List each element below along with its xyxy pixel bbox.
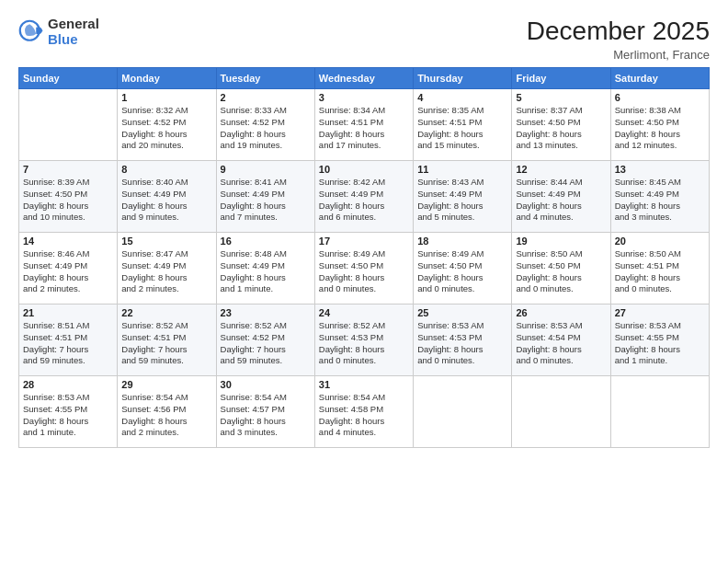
day-number: 1 (121, 92, 211, 103)
day-number: 10 (319, 164, 409, 175)
day-number: 9 (221, 164, 311, 175)
header-sunday: Sunday (19, 68, 118, 89)
page-header: General Blue December 2025 Merlimont, Fr… (18, 17, 710, 62)
day-number: 19 (516, 236, 606, 247)
calendar-week-3: 14Sunrise: 8:46 AM Sunset: 4:49 PM Dayli… (19, 233, 710, 304)
calendar-cell: 3Sunrise: 8:34 AM Sunset: 4:51 PM Daylig… (314, 89, 413, 161)
day-number: 17 (319, 236, 409, 247)
day-number: 21 (23, 307, 113, 318)
calendar-cell: 1Sunrise: 8:32 AM Sunset: 4:52 PM Daylig… (118, 89, 216, 161)
day-number: 11 (417, 164, 507, 175)
day-info: Sunrise: 8:50 AM Sunset: 4:51 PM Dayligh… (615, 248, 705, 295)
day-info: Sunrise: 8:54 AM Sunset: 4:58 PM Dayligh… (319, 392, 409, 439)
calendar-cell: 26Sunrise: 8:53 AM Sunset: 4:54 PM Dayli… (512, 304, 610, 376)
day-number: 2 (221, 92, 311, 103)
calendar-cell: 16Sunrise: 8:48 AM Sunset: 4:49 PM Dayli… (216, 233, 314, 304)
calendar-cell: 15Sunrise: 8:47 AM Sunset: 4:49 PM Dayli… (118, 233, 216, 304)
calendar-cell: 4Sunrise: 8:35 AM Sunset: 4:51 PM Daylig… (414, 89, 512, 161)
header-saturday: Saturday (610, 68, 709, 89)
calendar-cell: 18Sunrise: 8:49 AM Sunset: 4:50 PM Dayli… (414, 233, 512, 304)
day-number: 13 (615, 164, 705, 175)
day-number: 15 (121, 236, 211, 247)
day-info: Sunrise: 8:53 AM Sunset: 4:55 PM Dayligh… (23, 392, 113, 439)
calendar-cell: 10Sunrise: 8:42 AM Sunset: 4:49 PM Dayli… (314, 161, 413, 233)
day-info: Sunrise: 8:39 AM Sunset: 4:50 PM Dayligh… (23, 177, 113, 224)
calendar-cell (512, 376, 610, 448)
day-number: 29 (121, 379, 211, 390)
calendar-cell: 6Sunrise: 8:38 AM Sunset: 4:50 PM Daylig… (610, 89, 709, 161)
day-info: Sunrise: 8:41 AM Sunset: 4:49 PM Dayligh… (221, 177, 311, 224)
day-number: 3 (319, 92, 409, 103)
calendar-week-4: 21Sunrise: 8:51 AM Sunset: 4:51 PM Dayli… (19, 304, 710, 376)
calendar-cell: 27Sunrise: 8:53 AM Sunset: 4:55 PM Dayli… (610, 304, 709, 376)
day-info: Sunrise: 8:53 AM Sunset: 4:53 PM Dayligh… (417, 320, 507, 367)
day-number: 6 (615, 92, 705, 103)
calendar-week-5: 28Sunrise: 8:53 AM Sunset: 4:55 PM Dayli… (19, 376, 710, 448)
day-number: 23 (221, 307, 311, 318)
calendar-cell: 8Sunrise: 8:40 AM Sunset: 4:49 PM Daylig… (118, 161, 216, 233)
day-number: 27 (615, 307, 705, 318)
month-title: December 2025 (527, 17, 710, 46)
day-info: Sunrise: 8:46 AM Sunset: 4:49 PM Dayligh… (23, 248, 113, 295)
day-info: Sunrise: 8:49 AM Sunset: 4:50 PM Dayligh… (319, 248, 409, 295)
calendar-cell: 19Sunrise: 8:50 AM Sunset: 4:50 PM Dayli… (512, 233, 610, 304)
calendar-cell: 12Sunrise: 8:44 AM Sunset: 4:49 PM Dayli… (512, 161, 610, 233)
calendar-cell: 9Sunrise: 8:41 AM Sunset: 4:49 PM Daylig… (216, 161, 314, 233)
day-info: Sunrise: 8:48 AM Sunset: 4:49 PM Dayligh… (221, 248, 311, 295)
calendar-cell: 7Sunrise: 8:39 AM Sunset: 4:50 PM Daylig… (19, 161, 118, 233)
calendar-cell: 17Sunrise: 8:49 AM Sunset: 4:50 PM Dayli… (314, 233, 413, 304)
title-block: December 2025 Merlimont, France (527, 17, 710, 62)
calendar-cell: 23Sunrise: 8:52 AM Sunset: 4:52 PM Dayli… (216, 304, 314, 376)
header-friday: Friday (512, 68, 610, 89)
calendar-cell: 2Sunrise: 8:33 AM Sunset: 4:52 PM Daylig… (216, 89, 314, 161)
day-info: Sunrise: 8:37 AM Sunset: 4:50 PM Dayligh… (516, 105, 606, 152)
day-number: 5 (516, 92, 606, 103)
day-info: Sunrise: 8:50 AM Sunset: 4:50 PM Dayligh… (516, 248, 606, 295)
day-info: Sunrise: 8:51 AM Sunset: 4:51 PM Dayligh… (23, 320, 113, 367)
day-info: Sunrise: 8:52 AM Sunset: 4:52 PM Dayligh… (221, 320, 311, 367)
day-info: Sunrise: 8:45 AM Sunset: 4:49 PM Dayligh… (615, 177, 705, 224)
header-wednesday: Wednesday (314, 68, 413, 89)
day-number: 18 (417, 236, 507, 247)
header-monday: Monday (118, 68, 216, 89)
calendar-cell: 21Sunrise: 8:51 AM Sunset: 4:51 PM Dayli… (19, 304, 118, 376)
calendar-cell: 25Sunrise: 8:53 AM Sunset: 4:53 PM Dayli… (414, 304, 512, 376)
day-number: 8 (121, 164, 211, 175)
logo-icon (18, 19, 44, 45)
day-number: 22 (121, 307, 211, 318)
day-info: Sunrise: 8:49 AM Sunset: 4:50 PM Dayligh… (417, 248, 507, 295)
calendar-cell (414, 376, 512, 448)
day-info: Sunrise: 8:54 AM Sunset: 4:56 PM Dayligh… (121, 392, 211, 439)
logo: General Blue (18, 17, 99, 47)
day-number: 31 (319, 379, 409, 390)
calendar-cell: 5Sunrise: 8:37 AM Sunset: 4:50 PM Daylig… (512, 89, 610, 161)
day-info: Sunrise: 8:53 AM Sunset: 4:54 PM Dayligh… (516, 320, 606, 367)
day-info: Sunrise: 8:38 AM Sunset: 4:50 PM Dayligh… (615, 105, 705, 152)
day-info: Sunrise: 8:52 AM Sunset: 4:53 PM Dayligh… (319, 320, 409, 367)
calendar-table: SundayMondayTuesdayWednesdayThursdayFrid… (18, 67, 710, 448)
day-info: Sunrise: 8:47 AM Sunset: 4:49 PM Dayligh… (121, 248, 211, 295)
location: Merlimont, France (527, 48, 710, 62)
day-info: Sunrise: 8:40 AM Sunset: 4:49 PM Dayligh… (121, 177, 211, 224)
calendar-cell: 20Sunrise: 8:50 AM Sunset: 4:51 PM Dayli… (610, 233, 709, 304)
calendar-cell: 30Sunrise: 8:54 AM Sunset: 4:57 PM Dayli… (216, 376, 314, 448)
calendar-cell: 14Sunrise: 8:46 AM Sunset: 4:49 PM Dayli… (19, 233, 118, 304)
day-number: 26 (516, 307, 606, 318)
day-info: Sunrise: 8:53 AM Sunset: 4:55 PM Dayligh… (615, 320, 705, 367)
day-info: Sunrise: 8:35 AM Sunset: 4:51 PM Dayligh… (417, 105, 507, 152)
day-number: 7 (23, 164, 113, 175)
day-info: Sunrise: 8:42 AM Sunset: 4:49 PM Dayligh… (319, 177, 409, 224)
day-number: 30 (221, 379, 311, 390)
header-thursday: Thursday (414, 68, 512, 89)
calendar-cell (610, 376, 709, 448)
calendar-cell: 11Sunrise: 8:43 AM Sunset: 4:49 PM Dayli… (414, 161, 512, 233)
day-info: Sunrise: 8:43 AM Sunset: 4:49 PM Dayligh… (417, 177, 507, 224)
day-info: Sunrise: 8:44 AM Sunset: 4:49 PM Dayligh… (516, 177, 606, 224)
calendar-cell: 13Sunrise: 8:45 AM Sunset: 4:49 PM Dayli… (610, 161, 709, 233)
logo-general-text: General (48, 17, 99, 32)
day-number: 16 (221, 236, 311, 247)
calendar-header-row: SundayMondayTuesdayWednesdayThursdayFrid… (19, 68, 710, 89)
calendar-cell: 29Sunrise: 8:54 AM Sunset: 4:56 PM Dayli… (118, 376, 216, 448)
calendar-cell: 28Sunrise: 8:53 AM Sunset: 4:55 PM Dayli… (19, 376, 118, 448)
calendar-cell: 31Sunrise: 8:54 AM Sunset: 4:58 PM Dayli… (314, 376, 413, 448)
